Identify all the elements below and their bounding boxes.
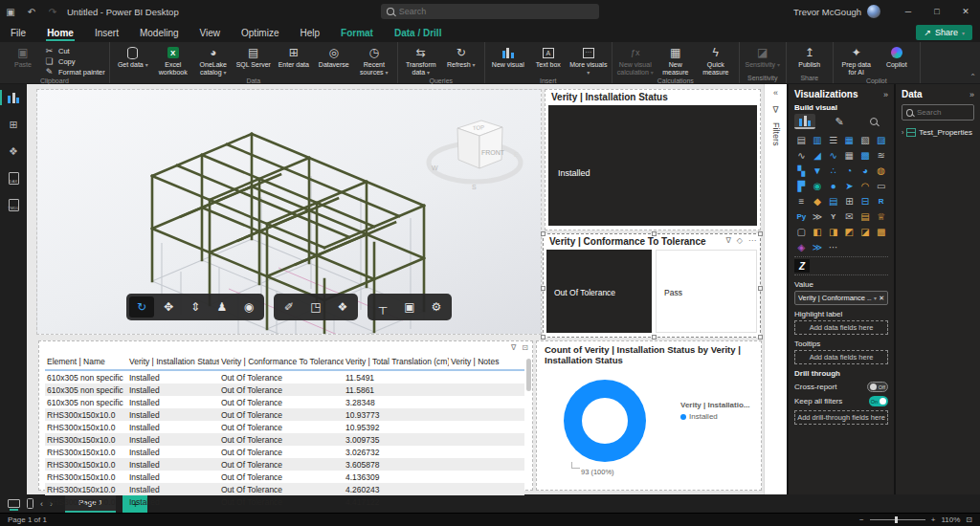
visual-type-icon[interactable]: ▨ [874, 133, 888, 147]
column-header[interactable]: Verity | Conformance To Tolerance [219, 355, 344, 370]
visual-type-icon[interactable]: ≫ [811, 209, 825, 224]
previous-page-icon[interactable]: ‹ [40, 499, 43, 509]
visual-type-icon[interactable]: ♕ [874, 209, 888, 224]
visual-type-icon[interactable]: ◢ [811, 148, 825, 163]
dataverse-button[interactable]: ◎Dataverse [315, 44, 353, 69]
visual-type-icon[interactable]: ● [826, 179, 840, 193]
filter-icon[interactable]: ∇ [511, 343, 516, 352]
ribbon-collapse-icon[interactable]: ⌃ [969, 73, 976, 81]
column-header[interactable]: Verity | Notes [449, 355, 524, 370]
copy-button[interactable]: ❏Copy [44, 56, 105, 66]
visual-type-icon[interactable]: ⋯ [826, 240, 840, 254]
orbit-tool-button[interactable]: ↻ [129, 296, 154, 318]
visual-type-icon[interactable]: Py [794, 209, 809, 224]
cross-report-toggle[interactable]: Off [867, 382, 888, 392]
column-header[interactable]: Element | Name [45, 355, 127, 370]
visual-type-icon[interactable]: ✉ [842, 209, 857, 224]
minimize-button[interactable]: ─ [894, 0, 923, 23]
text-box-button[interactable]: AText box [529, 44, 568, 69]
visual-type-icon[interactable]: ▤ [826, 194, 840, 208]
pass-tile[interactable]: Pass [656, 250, 757, 333]
chevron-down-icon[interactable]: ▾ [874, 295, 877, 301]
menu-home[interactable]: Home [36, 23, 84, 42]
legend-item[interactable]: Installed [680, 412, 755, 421]
visual-type-icon[interactable]: ▦ [842, 148, 857, 163]
table-row[interactable]: RHS300x150x10.0InstalledOut Of Tolerance… [45, 471, 524, 483]
visual-type-icon[interactable]: ▢ [794, 225, 809, 239]
search-input[interactable] [399, 7, 593, 16]
visual-type-icon[interactable]: ⊞ [842, 194, 857, 208]
custom-visual-icon[interactable]: Z [794, 259, 810, 273]
user-name[interactable]: Trevor McGough [793, 7, 861, 17]
table-row[interactable]: 610x305 non specificInstalledOut Of Tole… [45, 370, 524, 384]
menu-optimize[interactable]: Optimize [231, 23, 289, 42]
more-visuals-button[interactable]: ⋯More visuals ▾ [569, 44, 608, 77]
filters-pane-label[interactable]: Filters [771, 122, 781, 146]
menu-format[interactable]: Format [330, 23, 384, 42]
table-row[interactable]: RHS300x150x10.0InstalledOut Of Tolerance… [45, 458, 524, 471]
table-visual[interactable]: ∇ ⊡ Element | NameVerity | Installation … [38, 340, 533, 491]
table-row[interactable]: RHS300x150x10.0InstalledOut Of Tolerance… [45, 433, 524, 446]
close-button[interactable]: ✕ [951, 0, 980, 23]
visual-type-icon[interactable]: ▩ [874, 225, 888, 239]
visual-type-icon[interactable]: ▚ [794, 164, 809, 178]
model-tree-tool-button[interactable]: ┬ [370, 296, 395, 318]
table-row[interactable]: RHS300x150x10.0InstalledOut Of Tolerance… [45, 483, 524, 495]
data-search[interactable] [902, 104, 974, 121]
conformance-visual[interactable]: Verity | Conformance To Tolerance ∇ ◇ ⋯ … [543, 233, 761, 338]
nav-dax-query-view[interactable]: DAX [5, 170, 22, 186]
tab-build-visual[interactable] [794, 114, 815, 129]
visual-type-icon[interactable]: ◉ [811, 179, 825, 193]
visual-type-icon[interactable]: ◔ [842, 164, 857, 178]
zoom-extents-tool-button[interactable]: ⇕ [183, 296, 208, 318]
visual-type-icon[interactable]: ◠ [858, 179, 873, 193]
fit-to-page-icon[interactable]: ⊡ [966, 515, 972, 524]
visual-type-icon[interactable]: ➤ [842, 179, 857, 193]
menu-modeling[interactable]: Modeling [129, 23, 189, 42]
data-search-input[interactable] [917, 108, 969, 117]
visual-type-icon[interactable]: Y [826, 209, 840, 224]
visual-type-icon[interactable]: ⊟ [858, 194, 873, 208]
visual-type-icon[interactable]: ∴ [826, 164, 840, 178]
tab-analytics[interactable] [863, 114, 884, 129]
visual-type-icon[interactable]: ▭ [874, 179, 888, 193]
highlight-field-well[interactable]: Add data fields here [794, 320, 888, 335]
eraser-icon[interactable]: ◇ [737, 236, 743, 245]
visual-type-icon[interactable]: ▧ [858, 133, 873, 147]
format-painter-button[interactable]: ✎Format painter [44, 67, 105, 77]
copilot-button[interactable]: Copilot [878, 44, 916, 69]
user-avatar[interactable] [867, 5, 880, 18]
zoom-out-icon[interactable]: − [859, 515, 864, 524]
settings-tool-button[interactable]: ⚙ [424, 296, 449, 318]
column-header[interactable]: Verity | Installation Status [127, 355, 219, 370]
keep-filters-toggle[interactable]: On [869, 396, 888, 406]
expand-pane-icon[interactable]: « [773, 88, 778, 98]
visual-type-icon[interactable]: ◆ [811, 194, 825, 208]
quick-measure-button[interactable]: ϟQuick measure [697, 44, 735, 77]
table-row[interactable]: 610x305 non specificInstalledOut Of Tole… [45, 384, 524, 396]
menu-view[interactable]: View [189, 23, 232, 42]
visual-type-icon[interactable]: ≡ [794, 194, 809, 208]
out-of-tolerance-tile[interactable]: Out Of Tolerance [546, 250, 652, 333]
tooltips-field-well[interactable]: Add data fields here [794, 350, 888, 364]
nav-tmdl-view[interactable]: TMDL [5, 197, 22, 212]
walk-tool-button[interactable]: ♟ [210, 296, 234, 318]
section-tool-button[interactable]: ◳ [303, 296, 328, 318]
more-options-icon[interactable]: ⋯ [748, 236, 756, 245]
sql-server-button[interactable]: ▤SQL Server [234, 44, 273, 69]
zoom-slider[interactable] [870, 519, 925, 520]
visual-type-icon[interactable]: ◍ [874, 164, 888, 178]
visual-type-icon[interactable]: ▥ [811, 133, 825, 147]
global-search[interactable] [381, 4, 599, 19]
get-data-button[interactable]: Get data ▾ [114, 44, 152, 69]
menu-insert[interactable]: Insert [84, 23, 129, 42]
menu-data-drill[interactable]: Data / Drill [384, 23, 452, 42]
new-measure-button[interactable]: ▦New measure [657, 44, 695, 77]
excel-workbook-button[interactable]: XExcel workbook [154, 44, 192, 77]
expand-chevron-icon[interactable]: › [902, 129, 903, 136]
value-field-pill[interactable]: Verity | Conformance ... ▾ ✕ [794, 291, 888, 305]
donut-chart-visual[interactable]: Count of Verity | Installation Status by… [536, 340, 762, 491]
table-row[interactable]: RHS300x150x10.0InstalledOut Of Tolerance… [45, 421, 524, 433]
measure-tool-button[interactable]: ✐ [277, 296, 301, 318]
model-3d-visual[interactable]: W S E TOP FRONT ↻✥⇕♟◉✐◳❖┬▣⚙ [36, 89, 542, 335]
